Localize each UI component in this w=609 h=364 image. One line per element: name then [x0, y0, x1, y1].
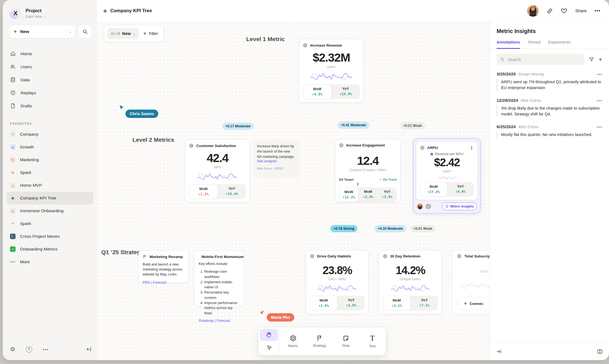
chevron-down-icon: ⌄: [132, 32, 136, 35]
strategy-tool-button[interactable]: Strategy: [306, 327, 333, 355]
sidebar-item-data[interactable]: Data: [10, 73, 92, 86]
project-view-selector[interactable]: Data View ⌄: [26, 14, 46, 19]
sidebar-item-immersive-onboarding[interactable]: ♨ Immersive Onboarding: [7, 204, 93, 217]
edge-label[interactable]: +0.33 Moderate: [375, 225, 406, 232]
stat-yoy[interactable]: YoY ↑14.4%: [218, 184, 246, 199]
prd-forecast-links[interactable]: PRD | Forecast: [143, 280, 184, 284]
more-menu-icon[interactable]: •••: [595, 8, 601, 14]
tab-experiments[interactable]: Experiments: [548, 40, 571, 49]
card-menu-icon[interactable]: ⋮: [469, 145, 474, 150]
annotation-menu-icon[interactable]: •••: [597, 72, 602, 76]
sidebar-item-company-kpi-tree[interactable]: ♣ Company KPI Tree: [7, 192, 93, 204]
text-tool-button[interactable]: T Text: [359, 327, 386, 355]
strategy-card-marketing-revamp[interactable]: Marketing Revamp Build and launch a new …: [138, 251, 188, 283]
sidebar-item-spark[interactable]: ★ Spark: [7, 166, 93, 179]
stat-mom[interactable]: MoM ↓1.3%: [189, 184, 218, 199]
split-view-icon[interactable]: [597, 348, 603, 355]
metric-unit: NPS: [189, 165, 246, 169]
metric-unit: Unique Users: [383, 277, 438, 281]
share-button[interactable]: Share: [575, 8, 587, 13]
annotation-note-card[interactable]: Increase likely driven by the launch of …: [253, 140, 299, 177]
metric-card-arpu-selected[interactable]: ARPU ⋮ Revenue per MAU $2.42 users: [413, 138, 481, 214]
train-icon: ♨: [10, 208, 16, 214]
metric-tool-button[interactable]: Metric: [280, 327, 306, 355]
annotation-item[interactable]: 3/25/2025 Susan Murray ••• ARPU went up …: [497, 72, 602, 90]
pencil-icon: ✎: [10, 157, 16, 163]
sidebar-item-home-mvp[interactable]: ⌂ Home MVP: [7, 179, 93, 192]
sidebar-item-replays[interactable]: Replays: [10, 86, 92, 99]
edge-label[interactable]: +0.78 Strong: [330, 225, 357, 232]
filter-funnel-icon[interactable]: [589, 57, 594, 62]
project-switcher[interactable]: X Project Data View ⌄: [3, 0, 97, 21]
settings-gear-icon[interactable]: ⚙: [10, 346, 15, 353]
sidebar-item-users[interactable]: Users: [10, 60, 92, 73]
annotations-search[interactable]: [497, 54, 584, 65]
user-avatar[interactable]: [527, 5, 539, 17]
favorite-heart-icon[interactable]: [561, 7, 567, 14]
sidebar-item-growth[interactable]: ▲ Growth: [7, 141, 93, 153]
stat-wow[interactable]: WoW ↑12.3%: [339, 187, 359, 202]
roadmap-forecast-links[interactable]: Roadmap | Forecast: [199, 319, 240, 323]
annotation-menu-icon[interactable]: •••: [597, 98, 602, 103]
metric-card-increase-engagement[interactable]: Increase Engagement 12.4 Content Creatio…: [335, 139, 401, 202]
stat-yoy[interactable]: YoY ↑23.9%: [332, 84, 360, 99]
edge-label[interactable]: +0.17 Moderate: [222, 123, 254, 130]
home-icon: [10, 51, 16, 57]
edge-label[interactable]: +0.01 Weak: [410, 225, 435, 232]
metric-card-30-day-retention[interactable]: 30 Day Retention 14.2% Unique Users MoM …: [379, 250, 442, 314]
chevron-down-icon[interactable]: ⌄: [69, 30, 72, 33]
metric-insights-button[interactable]: Metric Insights: [442, 203, 477, 210]
plus-icon: +: [143, 31, 147, 37]
sidebar-item-more[interactable]: ••• More: [7, 256, 93, 268]
annotation-item[interactable]: 6/25/2024 Alex Cress ••• Mostly flat thi…: [497, 124, 602, 138]
edge-label[interactable]: +0.41 Moderate: [338, 122, 369, 129]
metric-card-increase-revenue[interactable]: Increase Revenue $2.32M users MoM ↑4.8%: [299, 39, 364, 102]
see-analysis-link[interactable]: See analysis: [257, 159, 295, 163]
search-input[interactable]: [507, 57, 581, 62]
kpi-tree-canvas[interactable]: As of Now ⌄ + Filter Level 1 Metric Leve…: [97, 22, 490, 360]
collapse-sidebar-icon[interactable]: [86, 347, 92, 352]
tab-annotations[interactable]: Annotations: [497, 40, 520, 49]
copy-link-icon[interactable]: [547, 8, 553, 14]
stat-mom[interactable]: MoM ↑4.8%: [303, 84, 332, 99]
new-button[interactable]: + New ⌄: [9, 25, 76, 38]
sidebar-item-company[interactable]: ⚡ Company: [7, 128, 93, 141]
more-options-icon[interactable]: •••: [43, 347, 49, 352]
stat-yoy[interactable]: YoY ↑3.9%: [338, 296, 365, 310]
stat-yoy[interactable]: YoY ↑7.1%: [411, 296, 438, 310]
hand-tool-button[interactable]: [260, 329, 278, 341]
stat-yoy[interactable]: YoY ↑3.9%: [378, 187, 397, 202]
sidebar-item-onboarding-metrics[interactable]: ✓ Onboarding Metrics: [7, 243, 93, 256]
metric-card-total-subscriptions[interactable]: Total Subscript + Connec: [452, 250, 490, 314]
annotation-item[interactable]: 12/28/2024 Alex Cress ••• 3% drop likely…: [497, 98, 602, 117]
annotation-menu-icon[interactable]: •••: [597, 125, 602, 129]
sidebar-item-spark-2[interactable]: ✦ Spark: [7, 217, 93, 230]
sidebar-item-marketing[interactable]: ✎ Marketing: [7, 153, 93, 166]
as-of-selector[interactable]: As of Now ⌄: [107, 28, 139, 39]
add-annotation-icon[interactable]: +: [599, 56, 602, 63]
strategy-card-mobile-first-momentum[interactable]: Mobile-First Momentum Key efforts includ…: [194, 251, 244, 306]
stat-mom[interactable]: MoM ↑3.1%: [383, 296, 411, 310]
tab-pinned[interactable]: Pinned: [528, 40, 540, 49]
metric-card-arpu[interactable]: ARPU ⋮ Revenue per MAU $2.42 users: [416, 141, 478, 200]
select-tool-button[interactable]: [260, 342, 278, 354]
connect-metric-button[interactable]: + Connec: [457, 297, 490, 310]
add-filter-button[interactable]: + Filter: [143, 31, 158, 37]
metric-card-customer-satisfaction[interactable]: Customer Satisfaction 42.4 NPS MoM ↓1.3%: [185, 140, 250, 202]
stat-yoy[interactable]: YoY ↑9.9%: [447, 182, 474, 197]
sidebar-item-home[interactable]: Home: [10, 47, 92, 60]
metric-card-drive-daily-habbits[interactable]: Drive Daily Habbits 23.8% DAU / MAU MoM …: [306, 250, 369, 314]
users-icon: [10, 64, 16, 70]
stat-mom[interactable]: MoM ↑2.6%: [310, 296, 338, 310]
house-icon: ⌂: [10, 183, 16, 188]
sidebar-item-drafts[interactable]: Drafts: [10, 99, 92, 112]
stat-mom[interactable]: MoM ↑27.4%: [420, 182, 447, 197]
sidebar-search-button[interactable]: [78, 25, 92, 38]
stat-mom[interactable]: MoM ↑3.9%: [359, 187, 378, 202]
sidebar-item-cross-project-moves[interactable]: ☾ Cross Project Moves: [7, 230, 93, 243]
edge-label[interactable]: +0.21 Weak: [400, 122, 425, 129]
help-icon[interactable]: ?: [26, 346, 32, 353]
note-byline: Alex Cress - 3/9/24: [257, 167, 295, 170]
collapse-panel-icon[interactable]: [496, 349, 502, 354]
note-tool-button[interactable]: Note: [333, 327, 359, 355]
